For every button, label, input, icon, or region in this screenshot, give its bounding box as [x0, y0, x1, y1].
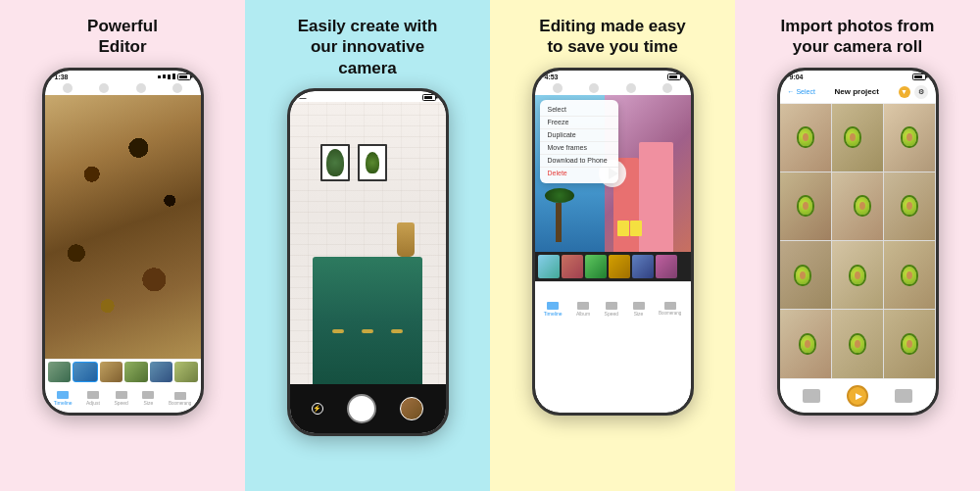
- tab-timeline[interactable]: Timeline: [54, 391, 73, 406]
- battery-icon-1: [177, 74, 191, 80]
- tab-boomerang[interactable]: Boomerang: [169, 392, 191, 406]
- grid-cell-3[interactable]: [884, 104, 935, 172]
- flash-icon[interactable]: ⚡: [312, 403, 323, 415]
- tab-size-label: Size: [144, 400, 154, 406]
- avocado-12: [903, 335, 916, 353]
- tab3-size[interactable]: Size: [633, 302, 645, 317]
- thumb-6: [174, 362, 198, 382]
- tab-adjust[interactable]: Adjust: [86, 391, 100, 406]
- avocado-4: [799, 197, 812, 215]
- avocado-3: [903, 128, 916, 146]
- dresser-furniture: [313, 257, 421, 384]
- grid-cell-5[interactable]: [832, 172, 883, 240]
- signal-icons-2: [422, 94, 436, 101]
- menu-delete[interactable]: Delete: [540, 168, 618, 179]
- timeline-thumb-1: [538, 255, 560, 278]
- time-4: 9:04: [790, 74, 804, 80]
- tab3-boomerang-label: Boomerang: [659, 311, 681, 316]
- panel-camera: Easily create with our innovative camera…: [245, 0, 490, 491]
- back-select-button[interactable]: ← Select: [788, 88, 815, 95]
- bottom-icon-3[interactable]: [895, 389, 912, 403]
- signal-bar-1: [158, 75, 161, 78]
- camera-control-bar: ⚡: [290, 384, 446, 433]
- grid-cell-1[interactable]: [780, 104, 831, 172]
- toolbar-3: [535, 81, 691, 95]
- panel-video-editor: Editing made easy to save you time 4:53: [490, 0, 735, 491]
- charcuterie-photo: [45, 95, 201, 359]
- time-3: 4:53: [545, 74, 559, 80]
- building-pink: [639, 142, 673, 252]
- phone-mockup-4: 9:04 ← Select New project ▼: [777, 68, 939, 416]
- tab3-adjust[interactable]: Album: [576, 302, 590, 317]
- gallery-preview[interactable]: [400, 397, 423, 420]
- panel-camera-roll: Import photos from your camera roll 9:04…: [735, 0, 980, 491]
- avocado-11: [851, 335, 864, 353]
- menu-download[interactable]: Download to Phone: [540, 155, 618, 168]
- handle-1: [332, 329, 344, 333]
- signal-icons-1: [158, 74, 191, 80]
- grid-cell-9[interactable]: [884, 241, 935, 309]
- thumb-2: [73, 362, 98, 382]
- avocado-2: [846, 128, 859, 146]
- tab3-speed[interactable]: Speed: [605, 302, 618, 317]
- tab3-adjust-icon: [577, 302, 589, 310]
- menu-select[interactable]: Select: [540, 104, 618, 117]
- tab-size[interactable]: Size: [142, 391, 154, 406]
- grid-cell-8[interactable]: [832, 241, 883, 309]
- dresser-handles: [313, 329, 421, 333]
- panel-4-title: Import photos from your camera roll: [771, 8, 945, 64]
- avocado-5: [856, 197, 869, 215]
- signal-bar-4: [172, 74, 175, 79]
- battery-icon-3: [667, 74, 681, 80]
- grid-cell-12[interactable]: [884, 310, 935, 377]
- battery-fill-4: [914, 75, 922, 78]
- editor-bottom-strip: Timeline Adjust Speed Size: [45, 359, 201, 413]
- toolbar3-icon-4: [662, 83, 672, 93]
- filter-icon[interactable]: ▼: [899, 86, 910, 98]
- grid-cell-11[interactable]: [832, 310, 883, 377]
- play-button-bottom[interactable]: ▶: [847, 385, 868, 407]
- tab-boomerang-label: Boomerang: [169, 401, 191, 406]
- grid-cell-7[interactable]: [780, 241, 831, 309]
- status-bar-4: 9:04: [780, 71, 936, 81]
- timeline-thumb-4: [609, 255, 630, 278]
- menu-move-frames[interactable]: Move frames: [540, 142, 618, 155]
- timeline-thumb-2: [562, 255, 583, 278]
- time-1: 1:38: [55, 74, 69, 80]
- gear-icon-4[interactable]: ⚙: [914, 85, 928, 99]
- grid-cell-6[interactable]: [884, 172, 935, 240]
- grid-cell-2[interactable]: [832, 104, 883, 172]
- status-bar-1: 1:38: [45, 71, 201, 81]
- tab-boomerang-icon: [174, 392, 186, 400]
- wall-frames: [320, 144, 387, 181]
- menu-freeze[interactable]: Freeze: [540, 117, 618, 129]
- menu-duplicate[interactable]: Duplicate: [540, 129, 618, 142]
- panel-3-title: Editing made easy to save you time: [529, 8, 695, 64]
- panel-1-title: Powerful Editor: [77, 8, 168, 64]
- editor-main-image: [45, 95, 201, 359]
- thumb-1: [48, 362, 72, 382]
- tab-timeline-icon: [57, 391, 69, 399]
- grid-cell-4[interactable]: [780, 172, 831, 240]
- phone-mockup-3: 4:53: [532, 68, 694, 416]
- shutter-button[interactable]: [347, 394, 376, 423]
- tab3-boomerang[interactable]: Boomerang: [659, 302, 681, 316]
- camera-viewfinder: [290, 102, 446, 384]
- toolbar3-icon-2: [589, 83, 599, 93]
- tab-speed[interactable]: Speed: [114, 391, 127, 406]
- signal-bar-3: [168, 74, 171, 79]
- camera-roll-header: ← Select New project ▼ ⚙: [780, 81, 936, 104]
- panel-editor: Powerful Editor 1:38: [0, 0, 245, 491]
- bottom-icon-1[interactable]: [803, 389, 820, 403]
- grid-cell-10[interactable]: [780, 310, 831, 377]
- phone-mockup-2: —: [287, 88, 449, 436]
- tab-adjust-icon: [87, 391, 99, 399]
- status-bar-3: 4:53: [535, 71, 691, 81]
- tab3-speed-label: Speed: [605, 311, 618, 317]
- frame-1: [320, 144, 350, 181]
- phone-mockup-1: 1:38: [42, 68, 204, 416]
- header-right-icons: ▼ ⚙: [899, 85, 928, 99]
- signal-icons-3: [667, 74, 681, 80]
- tab3-timeline[interactable]: Timeline: [544, 302, 563, 317]
- thumb-4: [124, 362, 148, 382]
